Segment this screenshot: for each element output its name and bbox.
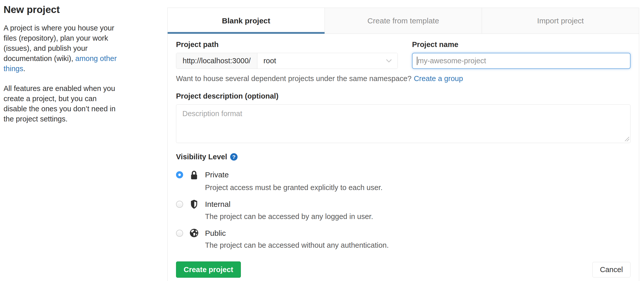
- sidebar-description-1: A project is where you house your files …: [4, 23, 119, 74]
- project-description-wrap: [176, 104, 631, 143]
- project-path-input-group: http://localhost:3000/ root: [176, 53, 398, 69]
- sidebar-description-2: All features are enabled when you create…: [4, 83, 119, 124]
- tab-create-from-template-label: Create from template: [368, 17, 439, 25]
- public-radio[interactable]: [176, 230, 183, 237]
- project-description-textarea[interactable]: [176, 104, 631, 143]
- blank-project-form: Project path http://localhost:3000/ root…: [168, 34, 639, 281]
- visibility-option-public: Public The project can be accessed witho…: [176, 228, 631, 250]
- namespace-select[interactable]: root: [257, 53, 398, 69]
- project-path-label: Project path: [176, 40, 398, 49]
- tab-import-project[interactable]: Import project: [482, 8, 639, 34]
- visibility-option-private: Private Project access must be granted e…: [176, 170, 631, 193]
- chevron-down-icon: [386, 59, 392, 63]
- sidebar-description-1-period: .: [23, 65, 25, 73]
- private-description: Project access must be granted explicitl…: [205, 182, 631, 193]
- internal-label: Internal: [205, 199, 631, 210]
- url-prefix: http://localhost:3000/: [176, 53, 257, 69]
- private-radio[interactable]: [176, 171, 183, 178]
- public-label: Public: [205, 228, 631, 238]
- private-label: Private: [205, 170, 631, 181]
- project-name-label: Project name: [412, 40, 631, 49]
- lock-icon: [188, 170, 200, 181]
- tab-blank-project-label: Blank project: [222, 17, 270, 25]
- visibility-level-label: Visibility Level: [176, 153, 227, 161]
- question-mark-icon[interactable]: ?: [230, 153, 238, 161]
- project-type-tabs: Blank project Create from template Impor…: [168, 8, 639, 34]
- text-caret: [417, 57, 417, 65]
- public-description: The project can be accessed without any …: [205, 240, 631, 250]
- create-project-button[interactable]: Create project: [176, 261, 241, 278]
- project-name-input[interactable]: [412, 53, 631, 69]
- page-title: New project: [4, 4, 119, 15]
- tab-import-project-label: Import project: [537, 17, 584, 25]
- tab-blank-project[interactable]: Blank project: [168, 8, 325, 34]
- project-path-field: Project path http://localhost:3000/ root: [176, 40, 398, 69]
- shield-icon: [188, 199, 200, 210]
- internal-description: The project can be accessed by any logge…: [205, 211, 631, 222]
- cancel-button[interactable]: Cancel: [592, 262, 631, 277]
- project-description-label: Project description (optional): [176, 92, 631, 100]
- internal-radio[interactable]: [176, 201, 183, 208]
- form-actions: Create project Cancel: [176, 261, 631, 278]
- namespace-hint: Want to house several dependent projects…: [176, 74, 631, 83]
- globe-icon: [188, 228, 200, 238]
- visibility-level-row: Visibility Level ?: [176, 153, 631, 161]
- path-name-row: Project path http://localhost:3000/ root…: [176, 40, 631, 69]
- namespace-selected-value: root: [264, 57, 276, 65]
- new-project-panel: Blank project Create from template Impor…: [167, 8, 639, 281]
- namespace-hint-text: Want to house several dependent projects…: [176, 74, 412, 83]
- project-name-field: Project name: [412, 40, 631, 69]
- create-a-group-link[interactable]: Create a group: [414, 74, 463, 83]
- visibility-option-internal: Internal The project can be accessed by …: [176, 199, 631, 222]
- tab-create-from-template[interactable]: Create from template: [325, 8, 482, 34]
- new-project-sidebar: New project A project is where you house…: [4, 4, 119, 134]
